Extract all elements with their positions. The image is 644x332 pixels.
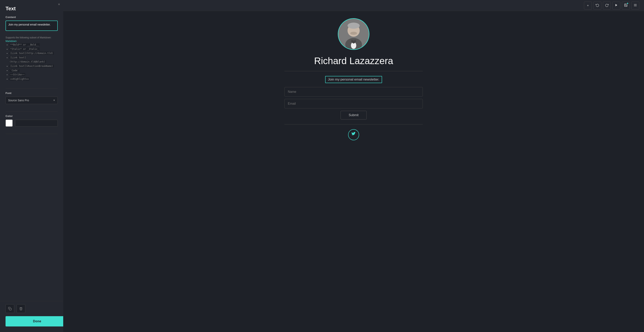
content-textarea[interactable]: Join my personal email newsletter. <box>6 21 58 31</box>
close-button[interactable]: × <box>58 2 60 7</box>
menu-button[interactable] <box>631 2 639 10</box>
main-canvas: Richard Lazazzera Join my personal email… <box>63 0 644 332</box>
list-item: ==Highlight== <box>10 77 58 81</box>
top-toolbar: + <box>63 0 644 11</box>
undo-button[interactable] <box>594 2 601 10</box>
avatar <box>338 18 370 50</box>
redo-icon <box>605 3 609 8</box>
font-select[interactable]: Source Sans Pro Arial Georgia Roboto <box>6 97 58 104</box>
twitter-button[interactable] <box>348 129 359 140</box>
svg-point-10 <box>348 23 360 29</box>
markdown-link[interactable]: Markdown <box>6 40 16 43</box>
hamburger-icon <box>634 3 637 8</box>
color-section: Color #FFFFFF8F <box>0 115 63 131</box>
done-button[interactable]: Done <box>6 316 63 326</box>
divider <box>6 88 58 88</box>
undo-icon <box>596 3 599 8</box>
list-item: `Code` <box>10 68 58 73</box>
content-label: Content <box>6 16 58 19</box>
delete-button[interactable] <box>16 304 25 313</box>
svg-point-9 <box>350 32 357 35</box>
font-select-wrapper: Source Sans Pro Arial Georgia Roboto ▼ <box>6 97 58 104</box>
font-label: Font <box>6 92 58 95</box>
content-section: Content Join my personal email newslette… <box>0 16 63 36</box>
bottom-actions <box>0 301 63 316</box>
color-swatch[interactable] <box>6 119 13 127</box>
divider-3 <box>6 134 58 134</box>
svg-marker-1 <box>615 4 617 6</box>
font-section: Font Source Sans Pro Arial Georgia Robot… <box>0 92 63 108</box>
color-input[interactable]: #FFFFFF8F <box>15 120 58 127</box>
save-button[interactable] <box>622 2 630 10</box>
canvas-content: Richard Lazazzera Join my personal email… <box>284 14 423 152</box>
avatar-image <box>338 18 369 50</box>
play-button[interactable] <box>612 2 620 10</box>
list-item: **Bold** or __Bold__ <box>10 43 58 47</box>
canvas-divider-2 <box>284 124 423 124</box>
left-panel: × Text Content Join my personal email ne… <box>0 0 63 332</box>
divider-2 <box>6 111 58 111</box>
add-button[interactable]: + <box>584 2 592 10</box>
markdown-list: **Bold** or __Bold__ *Italic* or _Italic… <box>6 43 58 81</box>
submit-button[interactable]: Submit <box>340 111 367 119</box>
email-input[interactable] <box>284 99 423 108</box>
panel-title: Text <box>0 0 63 16</box>
list-item: ~~Strike~~ <box>10 73 58 77</box>
plus-icon: + <box>587 4 589 7</box>
copy-button[interactable] <box>6 304 14 313</box>
color-row: #FFFFFF8F <box>6 119 58 127</box>
play-icon <box>615 4 618 8</box>
unsaved-dot <box>627 3 628 4</box>
list-item: [Link text](#sectionBreakName) <box>10 64 58 68</box>
markdown-note: Supports the following subset of Markdow… <box>6 36 51 43</box>
save-icon <box>624 3 628 8</box>
color-label: Color <box>6 115 58 117</box>
twitter-icon <box>352 132 356 137</box>
list-item: *Italic* or _Italic_ <box>10 47 58 51</box>
name-input[interactable] <box>284 87 423 97</box>
newsletter-text: Join my personal email newsletter. <box>325 76 382 83</box>
markdown-note-text: Supports the following subset of Markdow… <box>6 36 51 39</box>
svg-rect-0 <box>10 308 12 310</box>
redo-button[interactable] <box>603 2 611 10</box>
person-name: Richard Lazazzera <box>314 55 393 66</box>
list-item: [Link text](http://domain.tld) <box>10 51 58 56</box>
list-item: [Link text](http://domain.tld@blank) <box>10 56 58 64</box>
markdown-section: Supports the following subset of Markdow… <box>0 36 63 85</box>
